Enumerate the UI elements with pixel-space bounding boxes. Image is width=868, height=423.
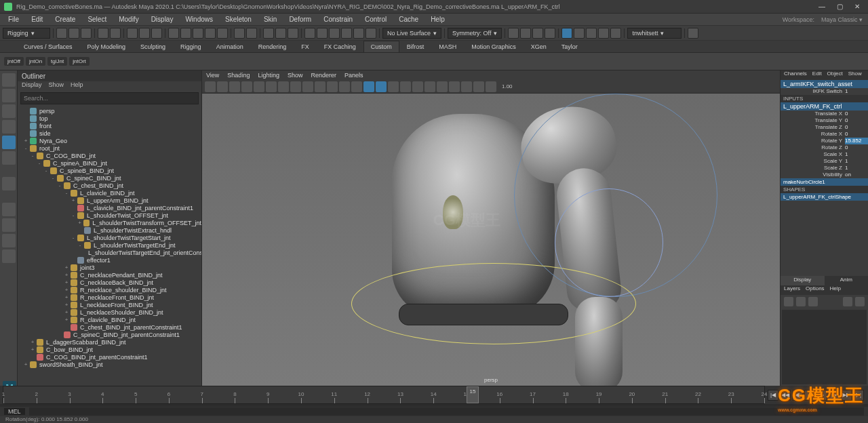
panel-menu-lighting[interactable]: Lighting xyxy=(258,72,279,79)
exposure-lock-icon[interactable] xyxy=(486,81,496,92)
lasso-tool[interactable] xyxy=(2,89,16,102)
menu-deform[interactable]: Deform xyxy=(283,14,317,24)
layer-tab-display[interactable]: Display xyxy=(781,276,825,285)
outliner-menu-help[interactable]: Help xyxy=(71,81,83,91)
xform2-icon[interactable] xyxy=(329,28,340,39)
outliner-item[interactable]: -C_COG_BIND_jnt xyxy=(20,152,201,159)
outliner-item[interactable]: +C_bow_BIND_jnt xyxy=(20,346,201,353)
outliner-cam-side[interactable]: side xyxy=(20,129,201,137)
attr-value[interactable]: 1 xyxy=(845,165,868,172)
shelf-tab-fx[interactable]: FX xyxy=(294,41,317,52)
snap-live-icon[interactable] xyxy=(217,28,228,39)
workspace-select[interactable]: Maya Classic ▾ xyxy=(818,16,865,23)
xform3-icon[interactable] xyxy=(341,28,352,39)
outliner-item[interactable]: -C_spineC_BIND_jnt xyxy=(20,174,201,182)
attr-value[interactable]: 0 xyxy=(845,117,868,124)
ipr-icon[interactable] xyxy=(275,28,286,39)
layer-new-icon[interactable] xyxy=(784,297,793,306)
outliner-item[interactable]: -C_spineB_BIND_jnt xyxy=(20,167,201,174)
menu-constrain[interactable]: Constrain xyxy=(318,14,358,24)
layout3-icon[interactable] xyxy=(532,28,543,39)
shelf-tab-taylor[interactable]: Taylor xyxy=(554,41,585,52)
layout-graph[interactable] xyxy=(2,249,16,263)
toggle-c-icon[interactable] xyxy=(586,28,597,39)
cb-menu-channels[interactable]: Channels xyxy=(784,70,807,80)
isolate-icon[interactable] xyxy=(473,81,484,92)
menu-create[interactable]: Create xyxy=(50,14,81,24)
outliner-item[interactable]: +L_shoulderTwistTransform_OFFSET_jnt xyxy=(20,219,201,226)
select-cam-icon[interactable] xyxy=(205,81,216,92)
res-gate-icon[interactable] xyxy=(290,81,301,92)
lights-icon[interactable] xyxy=(388,81,399,92)
layout-persp[interactable] xyxy=(2,234,16,247)
attr-name[interactable]: Rotate Y xyxy=(781,138,845,144)
xform-icon[interactable] xyxy=(317,28,328,39)
outliner-item[interactable]: +R_clavicle_BIND_jnt xyxy=(20,316,201,323)
bookmark-icon[interactable] xyxy=(217,81,228,92)
shelf-tab-custom[interactable]: Custom xyxy=(363,41,399,52)
arm-control-ring[interactable] xyxy=(555,188,663,297)
attr-name[interactable]: Translate X xyxy=(781,110,845,117)
shelf-btn-tgljnt[interactable]: tglJnt xyxy=(47,57,67,66)
shelf-tab-sculpting[interactable]: Sculpting xyxy=(133,41,173,52)
outliner-item[interactable]: +C_necklaceBack_BIND_jnt xyxy=(20,279,201,286)
outliner-item[interactable]: +joint3 xyxy=(20,264,201,271)
shelf-tab-rigging[interactable]: Rigging xyxy=(173,41,209,52)
outliner-search[interactable]: Search... xyxy=(20,92,199,104)
panel-menu-view[interactable]: View xyxy=(206,72,219,79)
outliner-item[interactable]: +R_necklace_shoulder_BIND_jnt xyxy=(20,286,201,294)
menu-help[interactable]: Help xyxy=(425,14,450,24)
outliner-item[interactable]: effector1 xyxy=(20,256,201,264)
cb-menu-object[interactable]: Object xyxy=(827,70,843,80)
layout-outliner[interactable] xyxy=(2,218,16,232)
menu-cache[interactable]: Cache xyxy=(393,14,424,24)
shape-node[interactable]: L_upperARM_FK_ctrlShape xyxy=(781,193,868,201)
menu-windows[interactable]: Windows xyxy=(180,14,218,24)
attr-value[interactable]: on xyxy=(845,172,868,178)
outliner-cam-front[interactable]: front xyxy=(20,122,201,129)
layer-new2-icon[interactable] xyxy=(855,297,865,306)
layer-down-icon[interactable] xyxy=(808,297,818,306)
outliner-item[interactable]: +L_upperArm_BIND_jnt xyxy=(20,197,201,204)
move-tool[interactable] xyxy=(2,104,16,118)
film-gate-icon[interactable] xyxy=(278,81,289,92)
occlusion-icon[interactable] xyxy=(412,81,423,92)
select-tool-icon[interactable] xyxy=(127,28,138,39)
menu-edit[interactable]: Edit xyxy=(26,14,48,24)
attr-value[interactable]: 1 xyxy=(845,158,868,165)
attr-value[interactable]: 0 xyxy=(845,110,868,117)
cb-menu-show[interactable]: Show xyxy=(848,70,862,80)
outliner-item[interactable]: +R_necklaceFront_BIND_jnt xyxy=(20,294,201,301)
menu-modify[interactable]: Modify xyxy=(113,14,144,24)
outliner-cam-persp[interactable]: persp xyxy=(20,107,201,115)
command-input[interactable] xyxy=(29,407,864,416)
selected-node[interactable]: L_upperARM_FK_ctrl xyxy=(781,102,868,110)
shadows-icon[interactable] xyxy=(400,81,411,92)
menu-skin[interactable]: Skin xyxy=(258,14,282,24)
wireframe-icon[interactable] xyxy=(351,81,362,92)
anti-alias-icon[interactable] xyxy=(437,81,448,92)
xform5-icon[interactable] xyxy=(366,28,376,39)
module-select[interactable]: Rigging ▾ xyxy=(3,28,50,39)
toggle-b-icon[interactable] xyxy=(574,28,585,39)
outliner-menu-show[interactable]: Show xyxy=(49,81,64,91)
history-icon[interactable] xyxy=(234,28,245,39)
textured-icon[interactable] xyxy=(376,81,387,92)
outliner-item[interactable]: +L_daggerScabbard_BIND_jnt xyxy=(20,338,201,346)
motion-blur-icon[interactable] xyxy=(425,81,435,92)
snap-point-icon[interactable] xyxy=(193,28,203,39)
maximize-button[interactable]: ▢ xyxy=(833,3,846,10)
outliner-item[interactable]: C_spineC_BIND_jnt_parentConstraint1 xyxy=(20,331,201,338)
outliner-item[interactable]: +swordSheath_BIND_jnt xyxy=(20,361,201,368)
attr-value[interactable]: 15.852 xyxy=(845,138,868,144)
attr-value[interactable]: 1 xyxy=(845,151,868,158)
redo-icon[interactable] xyxy=(110,28,121,39)
asset-attr-val[interactable]: 1 xyxy=(845,88,868,95)
current-frame[interactable]: 15 xyxy=(467,386,479,403)
toggle-e-icon[interactable] xyxy=(610,28,621,39)
symmetry-toggle[interactable]: Symmetry: Off ▾ xyxy=(448,28,502,39)
save-scene-icon[interactable] xyxy=(81,28,92,39)
outliner-item[interactable]: -L_shoulderTwistTargetStart_jnt xyxy=(20,234,201,241)
attr-name[interactable]: Rotate X xyxy=(781,131,845,138)
lasso-tool-icon[interactable] xyxy=(139,28,150,39)
